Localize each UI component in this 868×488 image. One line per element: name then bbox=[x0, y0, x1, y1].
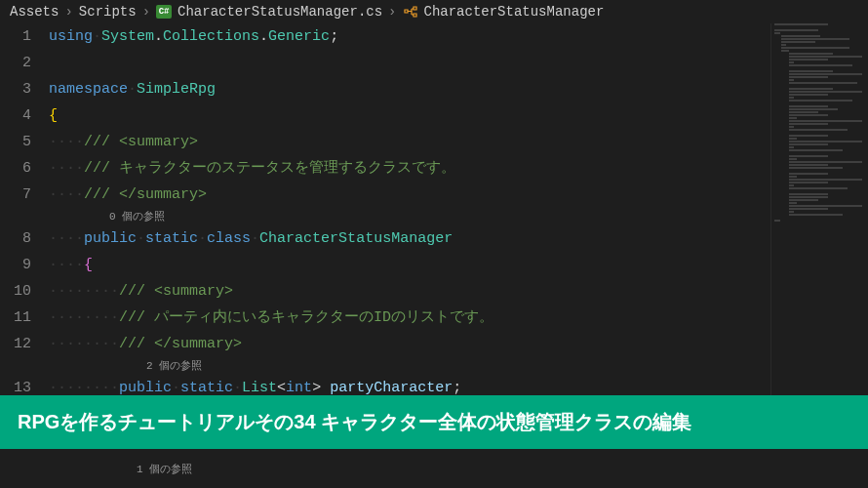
chevron-right-icon: › bbox=[64, 4, 72, 20]
breadcrumb-item[interactable]: Scripts bbox=[79, 4, 137, 20]
breadcrumb[interactable]: Assets › Scripts › C# CharacterStatusMan… bbox=[0, 0, 868, 23]
below-banner-area: 1 個の参照 bbox=[0, 449, 868, 488]
banner-text: RPGを作るチュートリアルその34 キャラクター全体の状態管理クラスの編集 bbox=[18, 411, 691, 432]
line-number[interactable]: 12 bbox=[0, 331, 31, 357]
line-number[interactable]: 9 bbox=[0, 252, 31, 278]
code-line[interactable]: ····{ bbox=[49, 252, 770, 278]
breadcrumb-item[interactable]: CharacterStatusManager bbox=[424, 4, 605, 20]
code-line[interactable]: ····/// </summary> bbox=[49, 182, 770, 208]
code-line[interactable]: ····/// <summary> bbox=[49, 129, 770, 155]
codelens-reference-count[interactable]: 1 個の参照 bbox=[49, 462, 192, 476]
class-icon bbox=[403, 4, 418, 20]
tutorial-banner: RPGを作るチュートリアルその34 キャラクター全体の状態管理クラスの編集 bbox=[0, 395, 868, 449]
code-line[interactable]: { bbox=[49, 102, 770, 129]
codelens-reference-count[interactable]: 0 個の参照 bbox=[49, 208, 770, 225]
breadcrumb-item[interactable]: Assets bbox=[10, 4, 59, 20]
line-number[interactable]: 11 bbox=[0, 305, 31, 331]
line-number[interactable]: 10 bbox=[0, 278, 31, 305]
line-number[interactable]: 4 bbox=[0, 102, 31, 129]
chevron-right-icon: › bbox=[142, 4, 150, 20]
codelens-reference-count[interactable]: 2 個の参照 bbox=[49, 357, 770, 375]
line-number[interactable]: 8 bbox=[0, 225, 31, 252]
code-line[interactable]: namespace·SimpleRpg bbox=[49, 76, 770, 102]
code-line[interactable]: ····public·static·class·CharacterStatusM… bbox=[49, 225, 770, 252]
csharp-file-icon: C# bbox=[156, 4, 172, 20]
line-number[interactable]: 5 bbox=[0, 129, 31, 155]
chevron-right-icon: › bbox=[388, 4, 396, 20]
line-number[interactable]: 2 bbox=[0, 50, 31, 76]
line-number[interactable]: 6 bbox=[0, 155, 31, 182]
line-number[interactable]: 1 bbox=[0, 23, 31, 50]
code-line[interactable]: ········/// パーティ内にいるキャラクターのIDのリストです。 bbox=[49, 305, 770, 331]
code-line[interactable] bbox=[49, 50, 770, 76]
line-number[interactable]: 7 bbox=[0, 182, 31, 208]
code-line[interactable]: ····/// キャラクターのステータスを管理するクラスです。 bbox=[49, 155, 770, 182]
code-line[interactable]: using·System.Collections.Generic; bbox=[49, 23, 770, 50]
code-line[interactable]: ········/// </summary> bbox=[49, 331, 770, 357]
line-number[interactable]: 3 bbox=[0, 76, 31, 102]
breadcrumb-item[interactable]: CharacterStatusManager.cs bbox=[178, 4, 382, 20]
code-line[interactable]: ········/// <summary> bbox=[49, 278, 770, 305]
